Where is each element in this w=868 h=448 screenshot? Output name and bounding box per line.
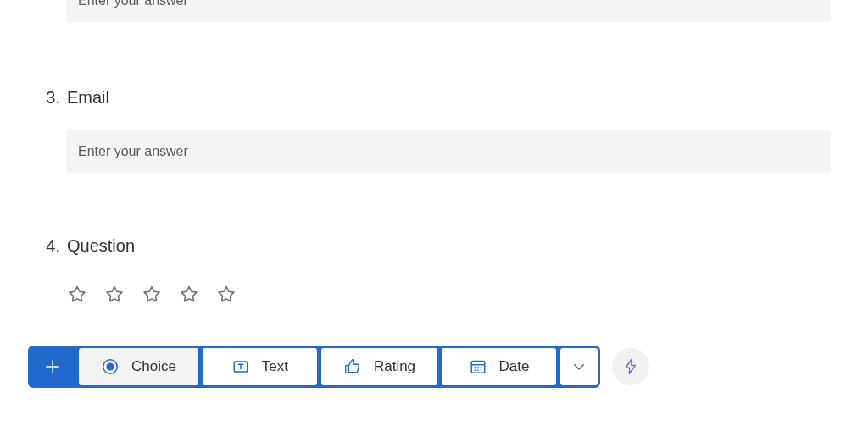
q3-number: 3. bbox=[45, 88, 60, 108]
text-icon bbox=[231, 357, 250, 376]
add-question-button[interactable] bbox=[31, 348, 75, 385]
thumbs-up-icon bbox=[343, 357, 362, 376]
choice-type-button[interactable]: Choice bbox=[79, 348, 198, 385]
rating-star-4[interactable] bbox=[178, 284, 200, 306]
rating-star-3[interactable] bbox=[141, 284, 163, 306]
q4-title: Question bbox=[67, 236, 135, 256]
star-icon bbox=[216, 285, 236, 305]
question-type-bar: Choice Text Rating bbox=[28, 346, 600, 388]
choice-type-label: Choice bbox=[131, 358, 176, 375]
rating-star-5[interactable] bbox=[215, 284, 237, 306]
q2-answer-input[interactable] bbox=[66, 0, 831, 22]
calendar-icon bbox=[469, 357, 487, 376]
suggest-questions-button[interactable] bbox=[612, 348, 649, 385]
q4-number: 4. bbox=[45, 236, 60, 256]
q3-header: 3. Email bbox=[45, 88, 831, 108]
rating-star-2[interactable] bbox=[103, 284, 125, 306]
svg-point-7 bbox=[474, 369, 476, 371]
svg-point-1 bbox=[106, 362, 114, 370]
radio-icon bbox=[101, 357, 120, 376]
rating-star-1[interactable] bbox=[66, 284, 88, 306]
text-type-label: Text bbox=[262, 358, 288, 375]
more-types-button[interactable] bbox=[560, 348, 598, 385]
star-icon bbox=[104, 285, 125, 305]
q4-rating-stars bbox=[66, 284, 237, 306]
add-question-toolbar: Choice Text Rating bbox=[28, 346, 649, 388]
star-icon bbox=[142, 285, 162, 305]
svg-point-8 bbox=[477, 369, 479, 371]
text-type-button[interactable]: Text bbox=[203, 348, 317, 385]
q3-title: Email bbox=[67, 88, 109, 108]
star-icon bbox=[179, 285, 199, 305]
rating-type-button[interactable]: Rating bbox=[321, 348, 437, 385]
svg-point-6 bbox=[480, 367, 481, 368]
svg-point-5 bbox=[477, 367, 479, 368]
plus-icon bbox=[43, 357, 62, 376]
chevron-down-icon bbox=[571, 359, 587, 374]
q4-header: 4. Question bbox=[45, 236, 831, 256]
star-icon bbox=[67, 285, 87, 305]
date-type-label: Date bbox=[499, 358, 530, 375]
date-type-button[interactable]: Date bbox=[442, 348, 556, 385]
svg-point-9 bbox=[480, 369, 481, 371]
q3-answer-input[interactable] bbox=[66, 130, 831, 173]
q3-answer-field-wrap bbox=[66, 130, 831, 173]
svg-point-4 bbox=[474, 367, 476, 368]
q2-answer-field-wrap bbox=[66, 0, 831, 22]
lightning-icon bbox=[622, 358, 639, 375]
rating-type-label: Rating bbox=[374, 358, 415, 375]
